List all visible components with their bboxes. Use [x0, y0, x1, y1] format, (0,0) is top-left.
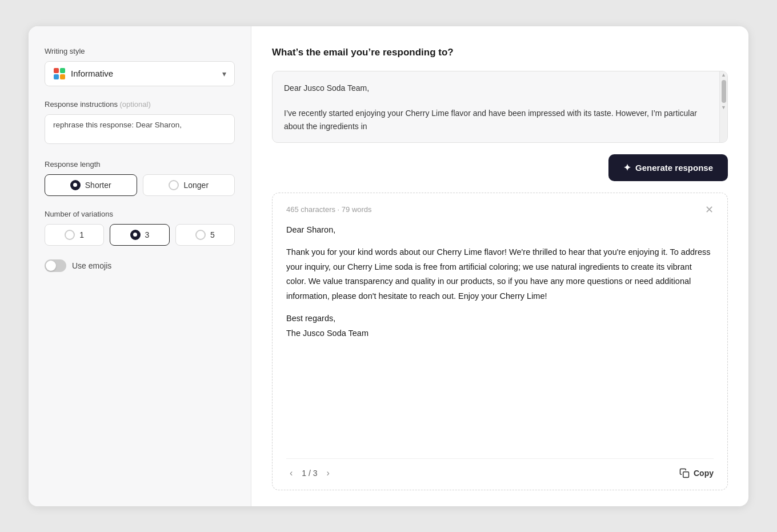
page-title: What’s the email you’re responding to?: [272, 47, 728, 58]
response-closing: Best regards,The Jusco Soda Team: [286, 311, 714, 341]
generate-btn-label: Generate response: [635, 163, 713, 173]
length-option-shorter[interactable]: Shorter: [45, 174, 137, 196]
optional-label: (optional): [120, 100, 151, 109]
response-length-label: Response length: [45, 160, 235, 169]
page-indicator: 1 / 3: [302, 469, 317, 478]
scroll-down-icon[interactable]: ▼: [721, 105, 726, 110]
variation-1-label: 1: [79, 230, 84, 239]
response-body: Dear Sharon, Thank you for your kind wor…: [286, 223, 714, 448]
svg-rect-2: [54, 74, 59, 79]
response-length-section: Response length Shorter Longer: [45, 160, 235, 196]
response-card: 465 characters · 79 words ✕ Dear Sharon,…: [272, 193, 728, 490]
email-input[interactable]: Dear Jusco Soda Team, I’ve recently star…: [273, 71, 727, 140]
prev-page-button[interactable]: ‹: [286, 467, 296, 479]
scrollbar[interactable]: ▲ ▼: [719, 71, 727, 142]
variation-option-1[interactable]: 1: [45, 224, 104, 246]
response-meta: 465 characters · 79 words: [286, 205, 372, 214]
radio-v5-dot: [195, 230, 206, 240]
main-card: Writing style Informative ▾ Response in: [29, 26, 748, 506]
response-footer: ‹ 1 / 3 › Copy: [286, 458, 714, 479]
copy-button[interactable]: Copy: [679, 468, 714, 478]
response-close-button[interactable]: ✕: [705, 205, 714, 215]
email-input-wrapper: Dear Jusco Soda Team, I’ve recently star…: [272, 71, 728, 143]
length-option-longer[interactable]: Longer: [143, 174, 235, 196]
response-greeting: Dear Sharon,: [286, 223, 714, 237]
generate-response-button[interactable]: ✦ Generate response: [608, 154, 728, 181]
pagination: ‹ 1 / 3 ›: [286, 467, 333, 479]
writing-style-label: Writing style: [45, 47, 235, 55]
toggle-knob: [46, 261, 56, 271]
next-page-button[interactable]: ›: [323, 467, 333, 479]
instructions-label: Response instructions (optional): [45, 100, 235, 109]
informative-style-icon: [53, 67, 66, 80]
response-length-group: Shorter Longer: [45, 174, 235, 196]
response-paragraph: Thank you for your kind words about our …: [286, 245, 714, 303]
radio-longer-dot: [169, 180, 179, 190]
radio-v1-dot: [65, 230, 75, 240]
left-panel: Writing style Informative ▾ Response in: [29, 26, 251, 506]
length-longer-label: Longer: [183, 181, 209, 190]
scrollbar-thumb[interactable]: [722, 80, 726, 103]
chevron-down-icon: ▾: [222, 69, 226, 78]
use-emojis-toggle[interactable]: [45, 259, 66, 272]
variations-label: Number of variations: [45, 210, 235, 218]
response-meta-row: 465 characters · 79 words ✕: [286, 205, 714, 215]
svg-rect-4: [683, 471, 689, 477]
variations-section: Number of variations 1 3 5: [45, 210, 235, 246]
writing-style-section: Writing style Informative ▾: [45, 47, 235, 86]
writing-style-value: Informative: [71, 69, 113, 78]
variation-5-label: 5: [210, 230, 215, 239]
copy-icon: [679, 468, 690, 478]
instructions-section: Response instructions (optional) rephras…: [45, 100, 235, 146]
svg-rect-1: [60, 68, 65, 73]
variation-option-5[interactable]: 5: [175, 224, 235, 246]
variations-group: 1 3 5: [45, 224, 235, 246]
scroll-up-icon[interactable]: ▲: [721, 73, 726, 78]
variation-3-label: 3: [145, 230, 150, 239]
use-emojis-row: Use emojis: [45, 259, 235, 272]
length-shorter-label: Shorter: [85, 181, 111, 190]
sparkle-icon: ✦: [623, 162, 631, 173]
writing-style-dropdown[interactable]: Informative ▾: [45, 61, 235, 86]
copy-label: Copy: [694, 469, 714, 478]
variation-option-3[interactable]: 3: [110, 224, 169, 246]
svg-rect-0: [54, 68, 59, 73]
generate-btn-row: ✦ Generate response: [272, 154, 728, 181]
use-emojis-label: Use emojis: [72, 261, 111, 270]
right-panel: What’s the email you’re responding to? D…: [251, 26, 748, 506]
radio-shorter-dot: [70, 180, 81, 190]
svg-rect-3: [60, 74, 65, 79]
radio-v3-dot: [130, 230, 141, 240]
instructions-input[interactable]: rephrase this response: Dear Sharon,: [45, 114, 235, 144]
